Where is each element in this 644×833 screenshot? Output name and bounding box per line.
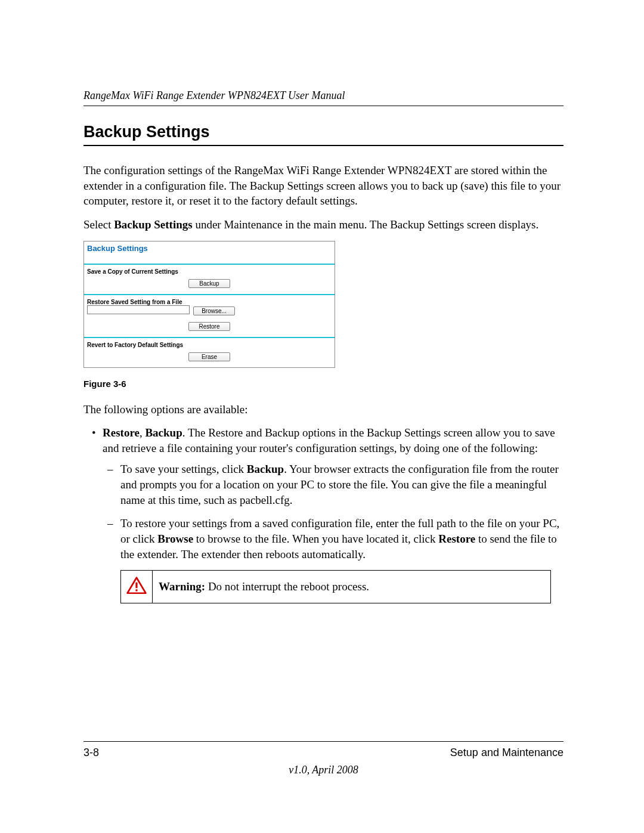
manual-page: RangeMax WiFi Range Extender WPN824EXT U…	[0, 0, 644, 833]
restore-label: Restore Saved Setting from a File	[84, 295, 335, 305]
intro2-post: under Maintenance in the main menu. The …	[193, 218, 539, 231]
warning-icon	[126, 577, 147, 597]
browse-button[interactable]: Browse...	[193, 306, 235, 315]
dash2-bold2: Restore	[438, 532, 475, 545]
bullet1-sep: ,	[140, 426, 145, 439]
section-heading: Backup Settings	[83, 123, 564, 141]
restore-file-input[interactable]	[87, 305, 190, 314]
svg-rect-2	[135, 590, 137, 592]
footer-rule	[83, 741, 564, 742]
dash-restore-settings: To restore your settings from a saved co…	[103, 516, 564, 562]
intro-paragraph-1: The configuration settings of the RangeM…	[83, 163, 564, 209]
dash1-pre: To save your settings, click	[120, 463, 247, 475]
svg-rect-1	[135, 583, 137, 589]
header-rule	[83, 106, 564, 106]
erase-button[interactable]: Erase	[188, 352, 230, 361]
warning-text: Warning: Do not interrupt the reboot pro…	[153, 571, 550, 603]
options-lead: The following options are available:	[83, 402, 564, 417]
dash2-bold1: Browse	[157, 532, 193, 545]
bullet-list: Restore, Backup. The Restore and Backup …	[83, 425, 564, 562]
dash-save-settings: To save your settings, click Backup. You…	[103, 462, 564, 507]
heading-rule	[83, 145, 564, 146]
page-number: 3-8	[83, 747, 99, 759]
warning-icon-cell	[121, 571, 153, 603]
revert-label: Revert to Factory Default Settings	[84, 338, 335, 348]
save-copy-section: Save a Copy of Current Settings Backup	[84, 265, 335, 294]
restore-button[interactable]: Restore	[188, 322, 230, 331]
dash-list: To save your settings, click Backup. You…	[103, 462, 564, 562]
warning-box: Warning: Do not interrupt the reboot pro…	[120, 570, 551, 603]
footer-section-name: Setup and Maintenance	[450, 747, 564, 759]
intro2-bold: Backup Settings	[114, 218, 192, 231]
dash2-mid: to browse to the file. When you have loc…	[193, 532, 438, 545]
dash1-bold: Backup	[247, 463, 284, 475]
restore-section: Restore Saved Setting from a File Browse…	[84, 295, 335, 337]
intro-paragraph-2: Select Backup Settings under Maintenance…	[83, 217, 564, 233]
figure-caption: Figure 3-6	[83, 379, 564, 389]
page-footer: 3-8 Setup and Maintenance v1.0, April 20…	[83, 741, 564, 776]
bullet1-bold2: Backup	[145, 426, 182, 439]
warning-message: Do not interrupt the reboot process.	[205, 580, 369, 593]
bullet-restore-backup: Restore, Backup. The Restore and Backup …	[83, 425, 564, 562]
revert-section: Revert to Factory Default Settings Erase	[84, 338, 335, 367]
bullet1-bold1: Restore	[103, 426, 140, 439]
footer-version: v1.0, April 2008	[83, 764, 564, 776]
save-copy-label: Save a Copy of Current Settings	[84, 265, 335, 275]
panel-title: Backup Settings	[84, 241, 335, 265]
backup-button[interactable]: Backup	[188, 279, 230, 288]
running-header: RangeMax WiFi Range Extender WPN824EXT U…	[83, 89, 564, 102]
warning-label: Warning:	[159, 580, 205, 593]
backup-settings-panel: Backup Settings Save a Copy of Current S…	[83, 241, 335, 368]
intro2-pre: Select	[83, 218, 114, 231]
